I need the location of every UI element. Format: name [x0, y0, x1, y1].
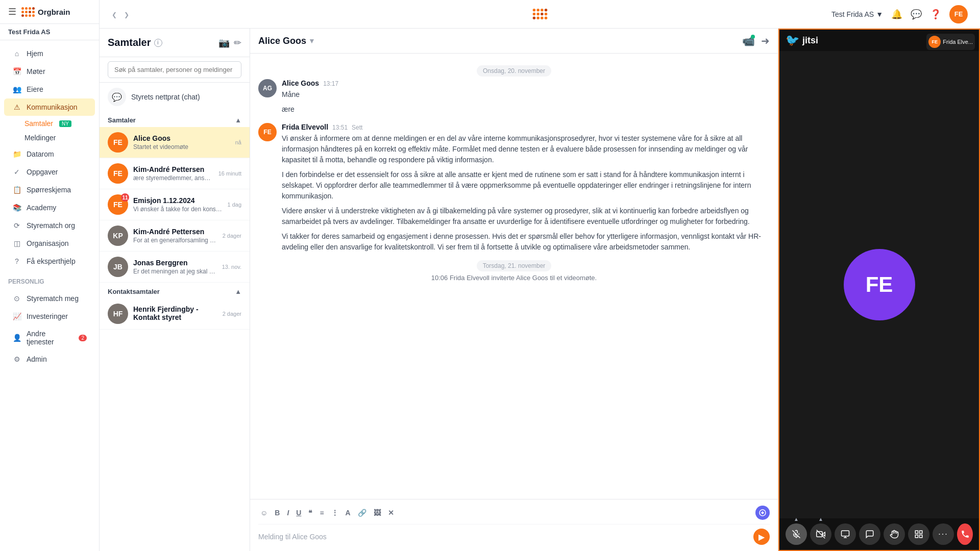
sidebar-item-andre-tjenester[interactable]: 👤 Andre tjenester 2	[4, 325, 95, 350]
folder-icon: 📁	[12, 149, 21, 159]
participant-thumbnail: FE Frida Elve...	[926, 34, 975, 50]
chat-input: ▶	[258, 529, 770, 545]
org-selector[interactable]: Test Frida AS ▼	[831, 10, 883, 18]
sidebar-item-kommunikasjon[interactable]: ⚠ Kommunikasjon	[4, 98, 95, 116]
more-button[interactable]: ···	[933, 523, 954, 545]
conv-name: Kim-André Pettersen	[133, 165, 213, 173]
compose-icon[interactable]: ✏	[234, 37, 241, 48]
list-item[interactable]: FE Kim-André Pettersen ære styremedlemme…	[100, 158, 250, 189]
sidebar-item-academy[interactable]: 📚 Academy	[4, 199, 95, 216]
services-icon: 👤	[12, 333, 21, 342]
sidebar-item-eiere[interactable]: 👥 Eiere	[4, 81, 95, 98]
bold-button[interactable]: B	[273, 508, 282, 518]
exit-chat-icon[interactable]: ➜	[761, 35, 770, 47]
svg-rect-5	[842, 531, 849, 536]
sidebar-item-label: Kommunikasjon	[27, 103, 78, 111]
mic-button[interactable]	[786, 523, 807, 545]
list-item[interactable]: FE Alice Goos Startet et videomøte nå	[100, 127, 250, 158]
header-right: Test Frida AS ▼ 🔔 💬 ❓ FE	[831, 5, 968, 23]
check-icon: ✓	[12, 167, 21, 177]
users-icon: 👥	[12, 85, 21, 94]
nav-arrow-left-icon[interactable]: ❮	[112, 11, 117, 18]
logo-text: Orgbrain	[38, 8, 70, 16]
sidebar-item-samtaler[interactable]: Samtaler NY	[16, 116, 99, 131]
chat-icon[interactable]: 💬	[911, 9, 922, 20]
chat-name-chevron-icon[interactable]: ▼	[308, 37, 315, 45]
sidebar-item-investeringer[interactable]: 📈 Investeringer	[4, 308, 95, 325]
sidebar-item-moter[interactable]: 📅 Møter	[4, 63, 95, 80]
avatar: FE 11	[108, 194, 128, 215]
home-icon: ⌂	[12, 49, 21, 58]
sidebar-item-admin[interactable]: ⚙ Admin	[4, 350, 95, 368]
hangup-button[interactable]	[957, 523, 973, 545]
sidebar-item-styrematch-meg[interactable]: ⊙ Styrematch meg	[4, 290, 95, 307]
quote-button[interactable]: ❝	[306, 508, 314, 518]
unordered-list-button[interactable]: ≡	[317, 508, 326, 518]
chat-header: Alice Goos ▼ 📹 ➜	[250, 29, 778, 54]
sidebar-item-label: Møter	[27, 67, 45, 76]
header-center-logo	[533, 9, 547, 19]
kontakt-collapse-icon[interactable]: ▲	[235, 288, 241, 295]
emoji-button[interactable]: ☺	[258, 508, 270, 518]
special-chat-item[interactable]: 💬 Styrets nettprat (chat)	[100, 83, 250, 111]
menu-icon[interactable]: ☰	[8, 6, 16, 17]
help-circle-icon[interactable]: ❓	[930, 9, 941, 20]
list-item[interactable]: FE 11 Emisjon 1.12.2024 Vi ønsker å takk…	[100, 189, 250, 220]
sidebar-item-organisasjon[interactable]: ◫ Organisasjon	[4, 235, 95, 252]
italic-button[interactable]: I	[285, 508, 291, 518]
image-button[interactable]: 🖼	[372, 508, 383, 518]
link-button[interactable]: 🔗	[356, 508, 369, 518]
conversations-info-icon[interactable]: i	[154, 39, 162, 47]
sidebar-item-label: Admin	[27, 355, 47, 363]
text-color-button[interactable]: A	[344, 508, 353, 518]
sidebar-item-hjem[interactable]: ⌂ Hjem	[4, 45, 95, 62]
search-input[interactable]	[108, 61, 241, 78]
conv-name: Emisjon 1.12.2024	[133, 196, 222, 205]
underline-button[interactable]: U	[294, 508, 303, 518]
participant-name: Frida Elve...	[943, 39, 973, 45]
sidebar-item-eksperthjelp[interactable]: ? Få eksperthjelp	[4, 253, 95, 270]
sidebar-item-oppgaver[interactable]: ✓ Oppgaver	[4, 163, 95, 181]
conv-preview: Startet et videomøte	[133, 143, 230, 151]
sidebar-item-datarom[interactable]: 📁 Datarom	[4, 145, 95, 163]
raise-hand-button[interactable]	[884, 523, 905, 545]
raise-hand-control	[884, 523, 905, 545]
sidebar-item-label: Spørreskjema	[27, 186, 71, 194]
user-avatar[interactable]: FE	[949, 5, 968, 23]
close-formatting-button[interactable]: ✕	[386, 508, 396, 518]
jitsi-chat-button[interactable]	[859, 523, 880, 545]
sidebar-nav: ⌂ Hjem 📅 Møter 👥 Eiere ⚠ Kommunikasjon S…	[0, 40, 99, 551]
conv-preview: Vi ønsker å takke for den konstruk...	[133, 206, 222, 213]
list-item[interactable]: KP Kim-André Pettersen For at en general…	[100, 220, 250, 252]
video-call-icon[interactable]: 📹	[742, 35, 755, 47]
camera-button[interactable]	[810, 523, 831, 545]
conversations-header: Samtaler i 📷 ✏	[100, 29, 250, 57]
sidebar-item-sporreskjema[interactable]: 📋 Spørreskjema	[4, 181, 95, 198]
jitsi-video-area: FE	[779, 51, 979, 518]
jitsi-logo-icon: 🐦	[786, 34, 799, 47]
more-control: ···	[933, 523, 954, 545]
ai-button[interactable]	[755, 506, 770, 520]
avatar: FE	[108, 163, 128, 184]
chat-header-actions: 📹 ➜	[742, 35, 770, 47]
send-button[interactable]: ▶	[753, 529, 770, 545]
list-item[interactable]: HF Henrik Fjerdingby - Kontakt styret 2 …	[100, 298, 250, 330]
message-input[interactable]	[258, 533, 753, 541]
share-screen-button[interactable]	[835, 523, 856, 545]
svg-rect-8	[915, 535, 918, 538]
tile-view-button[interactable]	[908, 523, 929, 545]
sidebar-item-meldinger[interactable]: Meldinger	[16, 131, 99, 145]
system-message: 10:06 Frida Elvevoll inviterte Alice Goo…	[258, 274, 770, 282]
ordered-list-button[interactable]: ⋮	[329, 508, 340, 518]
add-video-icon[interactable]: 📷	[218, 37, 230, 48]
ai-icon	[755, 506, 770, 520]
notification-bell-icon[interactable]: 🔔	[891, 9, 902, 20]
org-selector-label: Test Frida AS	[831, 10, 874, 18]
list-item[interactable]: JB Jonas Berggren Er det meningen at jeg…	[100, 252, 250, 283]
samtaler-collapse-icon[interactable]: ▲	[235, 116, 241, 124]
msg-header: Alice Goos 13:17	[282, 79, 770, 87]
sidebar-item-styrematch[interactable]: ⟳ Styrematch org	[4, 217, 95, 234]
nav-arrow-right-icon[interactable]: ❯	[124, 11, 129, 18]
camera-control: ▲	[810, 523, 831, 545]
jitsi-panel: 🐦 jitsi 00:10 ⬤ FE Frida Elve...	[778, 29, 980, 551]
